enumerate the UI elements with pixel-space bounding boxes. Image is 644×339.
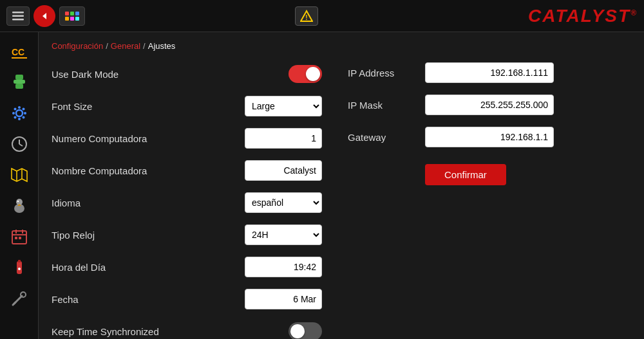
svg-rect-10	[15, 84, 23, 89]
idioma-control: español English	[180, 192, 322, 213]
breadcrumb: Configuración / General / Ajustes	[52, 41, 631, 51]
dark-mode-label: Use Dark Mode	[52, 69, 180, 80]
topbar-right: CATALYST®	[528, 6, 638, 26]
ip-mask-row: IP Mask	[348, 95, 631, 115]
sidebar-item-plant[interactable]	[5, 68, 33, 96]
ip-mask-input[interactable]	[425, 95, 554, 115]
main-layout: CC	[0, 32, 644, 339]
sidebar-item-settings[interactable]	[5, 99, 33, 127]
breadcrumb-sep2: /	[143, 41, 146, 51]
ip-address-input[interactable]	[425, 62, 554, 83]
gateway-input[interactable]	[425, 127, 554, 147]
dark-mode-toggle[interactable]	[289, 65, 322, 83]
idioma-row: Idioma español English	[52, 191, 322, 214]
ip-address-row: IP Address	[348, 62, 631, 83]
svg-text:!: !	[305, 14, 307, 21]
numero-computadora-input[interactable]	[245, 128, 322, 149]
sidebar-item-usb[interactable]	[5, 253, 33, 282]
keep-time-thumb	[290, 324, 305, 338]
sidebar-item-tools[interactable]	[5, 284, 33, 313]
svg-marker-23	[12, 169, 27, 181]
font-size-control: Large Medium Small	[180, 96, 322, 116]
svg-rect-9	[14, 80, 25, 84]
gateway-row: Gateway	[348, 127, 631, 147]
svg-point-11	[16, 110, 23, 116]
nombre-computadora-input[interactable]	[245, 160, 322, 181]
ip-mask-label: IP Mask	[348, 100, 425, 111]
breadcrumb-configuracion[interactable]: Configuración	[52, 41, 103, 51]
font-size-label: Font Size	[52, 101, 180, 112]
breadcrumb-general[interactable]: General	[111, 41, 140, 51]
numero-computadora-label: Numero Computadora	[52, 133, 180, 144]
back-button[interactable]	[33, 5, 55, 27]
numero-computadora-control	[180, 128, 322, 149]
sidebar: CC	[0, 32, 39, 339]
svg-point-17	[22, 116, 24, 119]
fecha-row: Fecha	[52, 288, 322, 311]
menu-button[interactable]	[6, 6, 30, 26]
warning-button[interactable]: !	[295, 6, 318, 26]
svg-rect-0	[12, 12, 24, 14]
idioma-label: Idioma	[52, 197, 180, 208]
grid-icon	[65, 12, 79, 21]
ip-address-label: IP Address	[348, 68, 425, 78]
svg-rect-8	[15, 75, 23, 80]
sidebar-item-map[interactable]	[5, 161, 33, 189]
gateway-label: Gateway	[348, 132, 425, 143]
tipo-reloj-label: Tipo Reloj	[52, 230, 180, 241]
dark-mode-row: Use Dark Mode	[52, 62, 322, 86]
breadcrumb-ajustes: Ajustes	[148, 41, 176, 51]
font-size-select[interactable]: Large Medium Small	[245, 96, 322, 116]
topbar-center: !	[85, 6, 528, 26]
dark-mode-control	[180, 65, 322, 83]
grid-button[interactable]	[59, 6, 85, 26]
form-columns: Use Dark Mode Font Size Large	[52, 62, 631, 339]
font-size-row: Font Size Large Medium Small	[52, 95, 322, 118]
brand-logo: CATALYST®	[528, 6, 638, 26]
svg-point-16	[14, 108, 16, 111]
fecha-input[interactable]	[245, 289, 322, 309]
svg-rect-37	[18, 260, 21, 262]
confirm-button[interactable]: Confirmar	[425, 164, 506, 185]
keep-time-track	[289, 322, 322, 339]
topbar: ! CATALYST®	[0, 0, 644, 32]
svg-line-22	[19, 144, 23, 146]
hora-dia-input[interactable]	[245, 257, 322, 277]
form-right: IP Address IP Mask Gateway Confirmar	[348, 62, 631, 339]
svg-point-12	[18, 106, 21, 109]
svg-rect-35	[19, 237, 21, 239]
content-area: Configuración / General / Ajustes Use Da…	[39, 32, 644, 339]
sidebar-item-cc[interactable]: CC	[5, 37, 33, 66]
svg-line-41	[13, 302, 15, 305]
sidebar-item-clock[interactable]	[5, 130, 33, 158]
sidebar-item-chicken[interactable]	[5, 192, 33, 220]
svg-rect-34	[15, 237, 17, 239]
svg-point-19	[22, 108, 24, 111]
topbar-left	[6, 5, 85, 27]
svg-point-40	[21, 292, 26, 297]
svg-rect-1	[12, 15, 24, 17]
fecha-label: Fecha	[52, 294, 180, 305]
keep-time-row: Keep Time Synchronized	[52, 320, 322, 339]
nombre-computadora-row: Nombre Computadora	[52, 159, 322, 182]
svg-rect-2	[12, 19, 24, 21]
svg-point-13	[18, 118, 21, 120]
form-left: Use Dark Mode Font Size Large	[52, 62, 322, 339]
fecha-control	[180, 289, 322, 309]
svg-point-18	[14, 116, 16, 119]
sidebar-item-calendar[interactable]	[5, 223, 33, 251]
keep-time-toggle[interactable]	[289, 322, 322, 339]
keep-time-control	[180, 322, 322, 339]
idioma-select[interactable]: español English	[245, 192, 322, 213]
svg-point-14	[12, 112, 15, 115]
dark-mode-track	[289, 65, 322, 83]
tipo-reloj-select[interactable]: 24H 12H	[245, 224, 322, 245]
hora-dia-control	[180, 257, 322, 277]
svg-marker-3	[43, 13, 46, 19]
nombre-computadora-label: Nombre Computadora	[52, 165, 180, 176]
keep-time-label: Keep Time Synchronized	[52, 326, 180, 337]
hora-dia-label: Hora del Día	[52, 262, 180, 273]
breadcrumb-sep1: /	[106, 41, 108, 51]
hora-dia-row: Hora del Día	[52, 255, 322, 279]
svg-point-38	[18, 268, 21, 270]
